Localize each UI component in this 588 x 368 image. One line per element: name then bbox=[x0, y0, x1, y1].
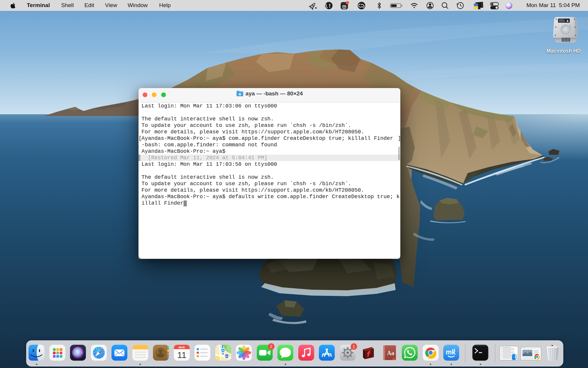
svg-text:!: ! bbox=[329, 3, 331, 9]
svg-text:11: 11 bbox=[177, 350, 186, 360]
svg-text:Aa: Aa bbox=[387, 350, 394, 356]
svg-text:m: m bbox=[342, 4, 346, 9]
svg-text:280: 280 bbox=[225, 355, 228, 357]
svg-text:MAR: MAR bbox=[179, 346, 185, 349]
